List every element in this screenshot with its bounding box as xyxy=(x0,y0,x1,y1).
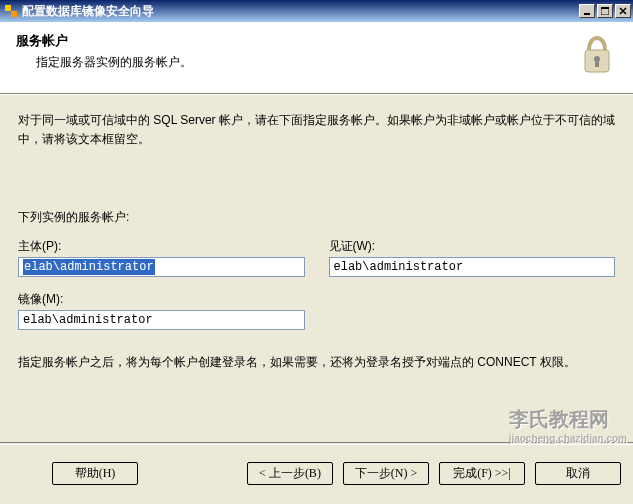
intro-text: 对于同一域或可信域中的 SQL Server 帐户，请在下面指定服务帐户。如果帐… xyxy=(18,95,615,149)
next-button[interactable]: 下一步(N) > xyxy=(343,462,429,485)
principal-input[interactable]: elab\administrator xyxy=(18,257,305,277)
close-button[interactable] xyxy=(615,4,631,18)
help-button[interactable]: 帮助(H) xyxy=(52,462,138,485)
back-button[interactable]: < 上一步(B) xyxy=(247,462,333,485)
principal-label: 主体(P): xyxy=(18,238,305,255)
svg-rect-2 xyxy=(584,13,590,15)
page-subtitle: 指定服务器实例的服务帐户。 xyxy=(16,54,577,71)
button-bar: 帮助(H) < 上一步(B) 下一步(N) > 完成(F) >>| 取消 xyxy=(0,442,633,504)
mirror-input[interactable] xyxy=(18,310,305,330)
app-icon xyxy=(4,4,18,18)
content-area: 对于同一域或可信域中的 SQL Server 帐户，请在下面指定服务帐户。如果帐… xyxy=(0,95,633,443)
maximize-button[interactable] xyxy=(597,4,613,18)
witness-label: 见证(W): xyxy=(329,238,616,255)
lock-icon xyxy=(577,32,617,80)
svg-rect-1 xyxy=(11,11,17,17)
titlebar: 配置数据库镜像安全向导 xyxy=(0,0,633,22)
page-title: 服务帐户 xyxy=(16,32,577,50)
witness-input[interactable] xyxy=(329,257,616,277)
svg-rect-4 xyxy=(601,7,609,9)
cancel-button[interactable]: 取消 xyxy=(535,462,621,485)
svg-rect-9 xyxy=(595,60,599,67)
wizard-header: 服务帐户 指定服务器实例的服务帐户。 xyxy=(0,22,633,94)
mirror-label: 镜像(M): xyxy=(18,291,305,308)
section-label: 下列实例的服务帐户: xyxy=(18,209,615,226)
hint-text: 指定服务帐户之后，将为每个帐户创建登录名，如果需要，还将为登录名授予对端点的 C… xyxy=(18,354,615,371)
svg-rect-0 xyxy=(5,5,11,11)
window-title: 配置数据库镜像安全向导 xyxy=(22,3,579,20)
minimize-button[interactable] xyxy=(579,4,595,18)
finish-button[interactable]: 完成(F) >>| xyxy=(439,462,525,485)
